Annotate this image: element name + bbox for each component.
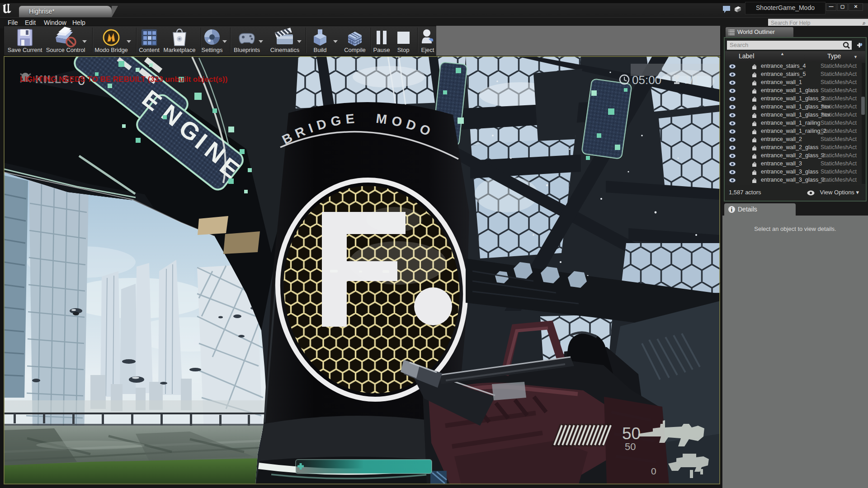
svg-text:50: 50 [625, 441, 636, 452]
svg-text:50: 50 [622, 424, 641, 443]
svg-text:0: 0 [651, 466, 656, 476]
svg-text:LIGHTING NEEDS TO BE REBUILT (: LIGHTING NEEDS TO BE REBUILT (323 unbuil… [20, 75, 227, 84]
svg-text:05:00: 05:00 [632, 73, 661, 87]
svg-text:1/1: 1/1 [684, 74, 699, 86]
